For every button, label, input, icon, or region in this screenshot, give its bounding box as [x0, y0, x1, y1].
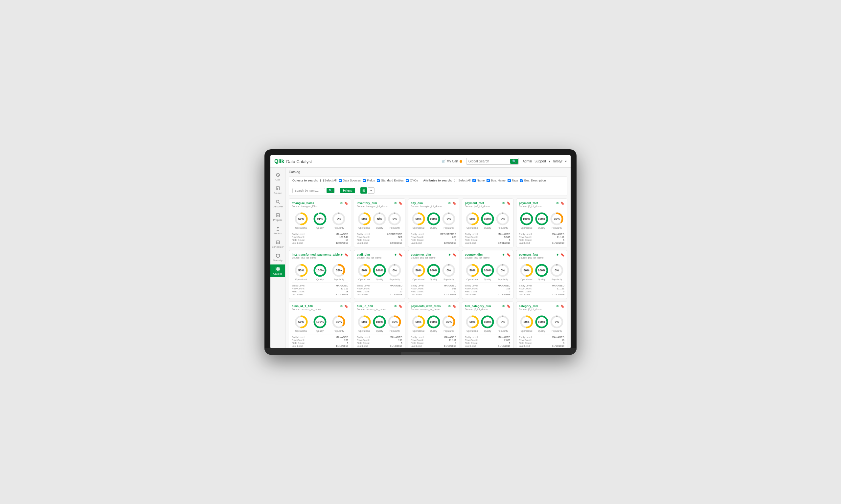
fields-checkbox[interactable]: Fields [363, 179, 375, 182]
operational-label: Operational [358, 227, 370, 229]
bookmark-icon[interactable]: 🔖 [561, 201, 564, 205]
eye-icon[interactable]: 👁 [502, 253, 505, 257]
card-title[interactable]: payments_with_dims [411, 305, 441, 308]
card-title[interactable]: payment_fact [465, 201, 490, 205]
name-search-button[interactable]: 🔍 [327, 188, 334, 193]
attributes-label: Attributes to search: [423, 179, 452, 182]
standard-entities-checkbox[interactable]: Standard Entities [377, 179, 404, 182]
filters-button[interactable]: Filters [340, 188, 355, 193]
eye-icon[interactable]: 👁 [340, 201, 343, 205]
bookmark-icon[interactable]: 🔖 [507, 201, 511, 205]
eye-icon[interactable]: 👁 [448, 305, 451, 308]
attr-select-all-input[interactable] [454, 179, 457, 182]
eye-icon[interactable]: 👁 [394, 305, 397, 308]
card-title[interactable]: category_dim [519, 305, 542, 308]
user-label[interactable]: rarotyr [553, 160, 562, 163]
card-title[interactable]: film_category_dim [465, 305, 491, 308]
popularity-metric: 0% Popularity [387, 212, 402, 229]
attr-select-all-checkbox[interactable]: Select All [454, 179, 470, 182]
sidebar-item-scheduler[interactable]: Scheduler [270, 237, 285, 250]
field-count-row: Field Count: 6 [519, 290, 564, 293]
card-header: category_dim Source: j2_iot_demo 👁 🔖 [519, 305, 564, 313]
card-title[interactable]: jm2_transformed_payments_table [292, 253, 340, 256]
name-search-input[interactable] [292, 188, 325, 193]
global-search-button[interactable]: 🔍 [510, 159, 518, 164]
fields-input[interactable] [363, 179, 366, 182]
eye-icon[interactable]: 👁 [340, 305, 343, 308]
card-details: Entity Level: MANAGED Row Count: 5 545 F… [465, 231, 510, 245]
bookmark-icon[interactable]: 🔖 [452, 201, 456, 205]
card-title[interactable]: country_dim [465, 253, 490, 256]
bookmark-icon[interactable]: 🔖 [452, 305, 456, 308]
eye-icon[interactable]: 👁 [556, 201, 559, 205]
bookmark-icon[interactable]: 🔖 [344, 305, 348, 308]
card-source: Source: crosses_iot_demo [292, 308, 321, 311]
card-title[interactable]: films_id_1_100 [292, 305, 321, 308]
sidebar-item-catalog[interactable]: Catalog [270, 265, 285, 277]
popularity-metric: 0% Popularity [550, 315, 564, 332]
popularity-metric: 35% Popularity [387, 315, 402, 332]
eye-icon[interactable]: 👁 [340, 253, 343, 257]
bookmark-icon[interactable]: 🔖 [398, 253, 402, 257]
eye-icon[interactable]: 👁 [502, 305, 505, 308]
objects-label: Objects to search: [292, 179, 318, 182]
global-search-input[interactable] [468, 160, 510, 163]
bus-description-checkbox[interactable]: Bus. Description [520, 179, 546, 182]
bookmark-icon[interactable]: 🔖 [398, 201, 402, 205]
quality-metric: 100% Quality [372, 263, 387, 281]
card-title[interactable]: film_id_100 [357, 305, 386, 308]
eye-icon[interactable]: 👁 [448, 253, 451, 257]
tags-input[interactable] [508, 179, 511, 182]
bookmark-icon[interactable]: 🔖 [507, 305, 511, 308]
bus-description-input[interactable] [520, 179, 523, 182]
cart-area[interactable]: 🛒 My Cart [442, 160, 462, 163]
card-header: city_dim Source: tmanglac_iot_demo 👁 🔖 [411, 201, 456, 210]
support-label[interactable]: Support [534, 160, 546, 163]
qyos-input[interactable] [406, 179, 409, 182]
select-all-input[interactable] [320, 179, 324, 182]
admin-label[interactable]: Admin [523, 160, 532, 163]
name-input[interactable] [473, 179, 476, 182]
card-title[interactable]: inventory_dim [357, 201, 387, 205]
sidebar-item-ops[interactable]: Ops [270, 170, 285, 183]
name-checkbox[interactable]: Name [473, 179, 484, 182]
standard-entities-input[interactable] [377, 179, 380, 182]
eye-icon[interactable]: 👁 [502, 201, 505, 205]
popularity-label: Popularity [390, 278, 400, 281]
bookmark-icon[interactable]: 🔖 [398, 305, 402, 308]
bus-name-checkbox[interactable]: Bus. Name [486, 179, 505, 182]
catalog-card: films_id_1_100 Source: crosses_iot_demo … [289, 302, 351, 348]
qyos-checkbox[interactable]: QYOs [406, 179, 418, 182]
grid-view-button[interactable]: ⊞ [360, 187, 367, 194]
card-title[interactable]: customer_dim [411, 253, 435, 256]
bus-name-input[interactable] [486, 179, 490, 182]
bookmark-icon[interactable]: 🔖 [507, 253, 511, 257]
eye-icon[interactable]: 👁 [556, 305, 559, 308]
card-title[interactable]: staff_dim [357, 253, 381, 256]
catalog-search-bar: Objects to search: Select All Data Sourc… [289, 177, 567, 196]
bookmark-icon[interactable]: 🔖 [561, 253, 564, 257]
select-all-checkbox[interactable]: Select All [320, 179, 337, 182]
data-sources-checkbox[interactable]: Data Sources [339, 179, 361, 182]
list-view-button[interactable]: ≡ [368, 187, 375, 194]
card-title[interactable]: payment_fact [519, 201, 542, 205]
global-search-box[interactable]: 🔍 [466, 158, 519, 165]
eye-icon[interactable]: 👁 [448, 201, 451, 205]
bookmark-icon[interactable]: 🔖 [452, 253, 456, 257]
eye-icon[interactable]: 👁 [394, 253, 397, 257]
sidebar-item-prepare[interactable]: Prepare [270, 211, 285, 223]
tags-checkbox[interactable]: Tags [508, 179, 518, 182]
data-sources-input[interactable] [339, 179, 342, 182]
sidebar-item-security[interactable]: Security [270, 251, 285, 264]
card-title[interactable]: payment_fact [519, 253, 544, 256]
bookmark-icon[interactable]: 🔖 [561, 305, 564, 308]
sidebar-item-source[interactable]: Source [270, 184, 285, 197]
eye-icon[interactable]: 👁 [394, 201, 397, 205]
sidebar-item-publish[interactable]: Publish [270, 224, 285, 237]
bookmark-icon[interactable]: 🔖 [344, 253, 348, 257]
eye-icon[interactable]: 👁 [556, 253, 559, 257]
sidebar-item-discover[interactable]: Discover [270, 197, 285, 210]
card-title[interactable]: city_dim [411, 201, 442, 205]
bookmark-icon[interactable]: 🔖 [344, 201, 348, 205]
card-title[interactable]: tmanglac_Sales [292, 201, 317, 205]
